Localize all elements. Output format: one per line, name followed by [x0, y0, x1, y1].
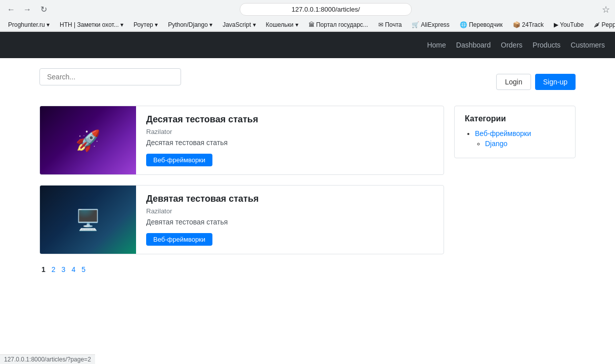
article-card: Десятая тестовая статья Razilator Десята… — [39, 106, 444, 175]
bookmark-wallets[interactable]: Кошельки ▾ — [262, 20, 302, 30]
sidebar-subcategory-link[interactable]: Django — [485, 140, 507, 148]
sidebar-subcategory-list: Django — [475, 140, 565, 148]
sidebar-box: Категории Веб-фреймворки Django — [454, 106, 576, 158]
sidebar-category-list: Веб-фреймворки Django — [465, 129, 565, 148]
article-tag-2[interactable]: Веб-фреймворки — [146, 233, 212, 246]
content-layout: Десятая тестовая статья Razilator Десята… — [39, 106, 576, 275]
sidebar-title: Категории — [465, 114, 565, 123]
article-author-1: Razilator — [146, 128, 258, 135]
signup-button[interactable]: Sign-up — [535, 74, 576, 90]
articles-list: Десятая тестовая статья Razilator Десята… — [39, 106, 444, 275]
bookmark-proghunter[interactable]: Proghunter.ru ▾ — [4, 20, 54, 30]
bookmark-24track[interactable]: 📦 24Track — [509, 20, 548, 30]
pagination: 1 2 3 4 5 — [39, 264, 444, 275]
search-input[interactable] — [39, 68, 181, 85]
article-body-1: Десятая тестовая статья Razilator Десята… — [136, 106, 268, 174]
bookmarks-bar: Proghunter.ru ▾ НТН | Заметки охот... ▾ … — [0, 19, 615, 31]
page-4[interactable]: 4 — [69, 264, 77, 275]
article-excerpt-1: Десятая тестовая статья — [146, 139, 258, 147]
article-author-2: Razilator — [146, 207, 258, 215]
article-excerpt-2: Девятая тестовая статья — [146, 218, 258, 226]
article-body-2: Девятая тестовая статья Razilator Девята… — [136, 186, 269, 254]
nav-products[interactable]: Products — [533, 39, 560, 51]
forward-button[interactable]: → — [21, 4, 33, 16]
article-card-2: Девятая тестовая статья Razilator Девята… — [39, 185, 444, 254]
article-title-2: Девятая тестовая статья — [146, 194, 258, 204]
address-input[interactable] — [240, 3, 412, 16]
article-thumbnail-1 — [40, 106, 136, 174]
article-image-1 — [40, 106, 136, 174]
nav-dashboard[interactable]: Dashboard — [456, 39, 491, 51]
nav-home[interactable]: Home — [427, 39, 446, 51]
sidebar-category-item: Веб-фреймворки Django — [475, 129, 565, 148]
nav-customers[interactable]: Customers — [570, 39, 605, 51]
back-button[interactable]: ← — [5, 4, 17, 16]
page-1[interactable]: 1 — [39, 264, 48, 275]
bookmark-icon[interactable]: ☆ — [602, 4, 610, 15]
nav-links: Home Dashboard Orders Products Customers — [427, 39, 605, 51]
nav-orders[interactable]: Orders — [501, 39, 522, 51]
auth-buttons: Login Sign-up — [496, 74, 576, 90]
bookmark-router[interactable]: Роутер ▾ — [129, 20, 162, 30]
bookmark-js[interactable]: JavaScript ▾ — [218, 20, 259, 30]
login-button[interactable]: Login — [496, 74, 531, 90]
sidebar: Категории Веб-фреймворки Django — [454, 106, 576, 275]
browser-toolbar: ← → ↻ ☆ — [0, 0, 615, 19]
sidebar-subcategory-item: Django — [485, 140, 565, 148]
article-tag-1[interactable]: Веб-фреймворки — [146, 154, 212, 166]
page-3[interactable]: 3 — [60, 264, 68, 275]
app-navbar: Home Dashboard Orders Products Customers — [0, 32, 615, 58]
top-bar: Login Sign-up — [39, 68, 576, 96]
bookmark-nth[interactable]: НТН | Заметки охот... ▾ — [56, 20, 127, 30]
address-bar — [54, 3, 598, 16]
article-thumbnail-2 — [40, 186, 136, 254]
bookmark-mail[interactable]: ✉ Почта — [374, 20, 406, 30]
reload-button[interactable]: ↻ — [37, 4, 50, 16]
page-2[interactable]: 2 — [50, 264, 58, 275]
search-container — [39, 68, 181, 85]
bookmark-translator[interactable]: 🌐 Переводчик — [456, 20, 507, 30]
article-image-2 — [40, 186, 136, 254]
bookmark-aliexpress[interactable]: 🛒 AliExpress — [408, 20, 453, 30]
sidebar-category-link[interactable]: Веб-фреймворки — [475, 129, 531, 138]
article-title-1: Десятая тестовая статья — [146, 114, 258, 125]
bookmark-youtube[interactable]: ▶ YouTube — [550, 20, 588, 30]
browser-chrome: ← → ↻ ☆ Proghunter.ru ▾ НТН | Заметки ох… — [0, 0, 615, 32]
page-5[interactable]: 5 — [79, 264, 87, 275]
bookmark-python[interactable]: Python/Django ▾ — [164, 20, 216, 30]
bookmark-pepper[interactable]: 🌶 Pepper.ru - лучши... — [590, 20, 615, 30]
main-content: Login Sign-up Десятая тестовая статья Ra… — [29, 58, 586, 285]
bookmark-portal[interactable]: 🏛 Портал государс... — [304, 20, 372, 30]
